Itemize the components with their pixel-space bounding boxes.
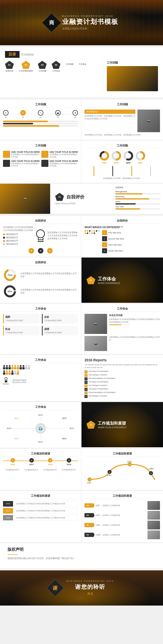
toc-preview-image [107,66,158,91]
tihu-row3: 工作体会 🌍 项目A 项目B 项目C 项目D 项目E 项目F 项目G 项目H 0… [0,402,163,448]
thankyou-slide: 谢 BUSINESS POWERPOINT 2019 谢您的聆听 再见 [0,570,163,606]
copyright-slide: 版权声明 感谢您使用我们精心设计的工作总结，欢迎传播和推广我们的产品！ [0,543,163,568]
guihua-photo-step3 [147,521,160,529]
huigu-title-1: 工作回顾 [3,103,78,108]
tihu-title-2: 工作体会 [85,307,160,312]
svg-text:2: 2 [109,471,110,473]
copyright-title: 版权声明 [8,547,155,552]
tihu-title-1: 工作体会 [3,307,78,312]
svg-text:1: 1 [89,479,90,480]
svg-text:步骤四: 步骤四 [148,468,154,470]
pie-chart-4 [135,151,145,161]
pie-chart-1 [99,151,109,161]
main-title: 业融资计划书模板 [62,17,118,26]
huigu-title-4: 工作回顾 [85,144,160,149]
title-slide: 商 BUSINESS POWERPOINT 2019 业融资计划书模板 这里输入… [0,0,163,45]
toc-item-1: 01 自我评价 [5,61,14,72]
pingjia-title-3: 自我评价 [3,261,78,266]
guihua-photo-step4 [147,530,160,539]
thankyou-goodbye: 再见 [66,592,114,596]
tihu-row1: 工作体会 视野 工作体会内容文字说明 业务 工作体会内容文字说明 机会 工作体会… [0,304,163,354]
tihu-row2: 工作体会 [0,355,163,401]
guihua-row1: 工作规划和展望 1 2016 2 2017 3 2018 4 2019 [0,449,163,490]
toc-item-4: 04 工作体会 [52,61,60,72]
pie-chart-2 [111,151,121,161]
guihua-title-1: 工作规划和展望 [3,452,78,457]
tihu-section-title: 工作体会 [98,276,120,282]
svg-text:4: 4 [150,472,151,474]
pingjia-row1: 自我评价 这里需要输入文字内容这里需要输入文字内容这里需要输入文字内容 项目说明… [0,216,163,257]
thankyou-brand: 谢 [53,585,58,591]
road-timeline: 1 2 3 4 步骤一 步骤二 步骤三 步骤四 [85,459,157,484]
guihua-photo-step2 [147,511,160,520]
svg-text:步骤一: 步骤一 [87,482,92,484]
brand-char: 商 [49,19,54,26]
toc-en: /Contents [21,53,34,56]
huigu-photo: 📷 [137,110,160,132]
pingjia-section-title: 自我评价 [66,194,85,200]
svg-text:步骤三: 步骤三 [127,461,132,463]
huigu-title-3: 工作回顾 [3,144,78,149]
guihua-title-2: 工作规划和展望 [85,452,160,457]
pingjia-title-2: 自我评价 [85,219,160,224]
pie-chart-3 [123,151,133,161]
huigu-row1: 工作回顾 ☕ 01 42 02 🔧 03 📷 04 [0,100,163,140]
huigu-title-2: 工作回顾 [85,103,160,108]
copyright-desc: 感谢您使用我们精心设计的工作总结，欢迎传播和推广我们的产品！ [8,557,155,560]
subtitle-text: BUSINESS POWERPOINT 2019 [62,15,118,17]
guihua-row2: 工作规划和展望 2016 这里需要输入工作规划文字内容这里需要输入工作规划文字内… [0,491,163,542]
guihua-title-3: 工作规划和展望 [3,494,78,499]
tihu-title-4: 工作体会 [3,405,78,410]
toc-item-2: 02 工作经验和展望 [19,61,33,72]
huigu-row2: 工作回顾 ADD YOUR TITLE IN HERE 这里需要输入文字内容这里… [0,141,163,183]
toc-item-3: 03 工作回顾 [38,61,47,72]
guihua-title-4: 工作规划和展望 [85,494,160,499]
svg-text:步骤二: 步骤二 [107,474,112,476]
pingjia-title-1: 自我评价 [3,219,78,224]
tihu-photo-1: 📷 [85,314,107,334]
toc-slide: 目录 /Contents 01 自我评价 02 工作经验和展望 03 工作回顾 … [0,47,163,97]
pingjia-section-header: 📸 03 自我评价 SELF EVALUATION 自我评价 Managemen… [0,184,163,214]
reports-title: 2016 Reports [85,358,160,362]
guihua-section-title: 工作规划和展望 [98,421,127,426]
guihua-photo-step1 [147,501,160,510]
tihu-photo-2: 📷 [85,336,107,351]
toc-right-title: 工作回顾 [107,61,158,65]
toc-label: 目录 [5,51,20,58]
company-name: 这里输入您的公司名称 [62,27,118,30]
svg-text:3: 3 [129,464,130,465]
pingjia-row2: 自我评价 71% 这里需要输入文字内容这里需要输入文字内容这里需要输入文字内容 … [0,258,163,303]
thankyou-title: 谢您的聆听 [66,583,114,591]
thankyou-subtitle: BUSINESS POWERPOINT 2019 [66,580,114,582]
tihu-title-3: 工作体会 [3,358,78,363]
